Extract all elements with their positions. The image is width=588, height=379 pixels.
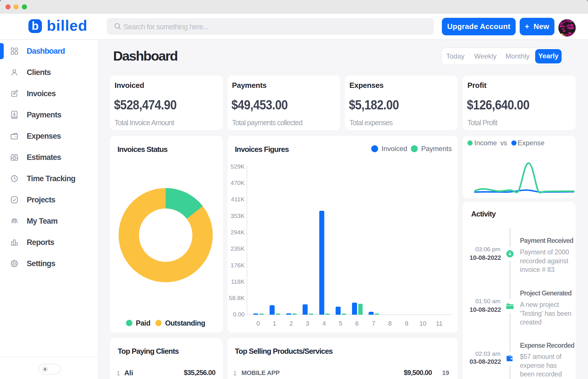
svg-text:0.00: 0.00 — [233, 311, 245, 318]
svg-text:8: 8 — [388, 320, 392, 327]
svg-text:58.8K: 58.8K — [229, 295, 245, 301]
svg-text:118K: 118K — [231, 278, 245, 285]
svg-text:vs: vs — [500, 139, 507, 147]
svg-text:Income: Income — [474, 139, 497, 147]
svg-text:3: 3 — [306, 320, 309, 327]
svg-text:176K: 176K — [231, 262, 245, 268]
svg-text:Outstanding: Outstanding — [165, 319, 205, 327]
svg-text:2: 2 — [289, 320, 293, 327]
svg-text:Invoiced: Invoiced — [382, 145, 407, 152]
svg-text:411K: 411K — [231, 196, 245, 202]
svg-text:9: 9 — [405, 320, 408, 327]
svg-text:353K: 353K — [231, 212, 245, 219]
svg-text:5: 5 — [339, 320, 342, 327]
svg-text:Payments: Payments — [421, 145, 452, 152]
svg-text:10: 10 — [419, 320, 426, 327]
svg-text:$: $ — [13, 112, 16, 117]
svg-text:1: 1 — [273, 320, 276, 327]
svg-text:235K: 235K — [231, 245, 245, 252]
svg-text:Expense: Expense — [518, 139, 544, 147]
svg-text:6: 6 — [355, 320, 359, 327]
svg-text:4: 4 — [322, 320, 326, 327]
svg-text:11: 11 — [436, 320, 443, 327]
svg-text:529K: 529K — [231, 163, 245, 170]
svg-text:470K: 470K — [231, 179, 245, 186]
svg-text:Paid: Paid — [136, 319, 150, 327]
svg-text:294K: 294K — [231, 229, 245, 235]
svg-text:7: 7 — [372, 320, 375, 327]
svg-text:0: 0 — [256, 320, 260, 327]
